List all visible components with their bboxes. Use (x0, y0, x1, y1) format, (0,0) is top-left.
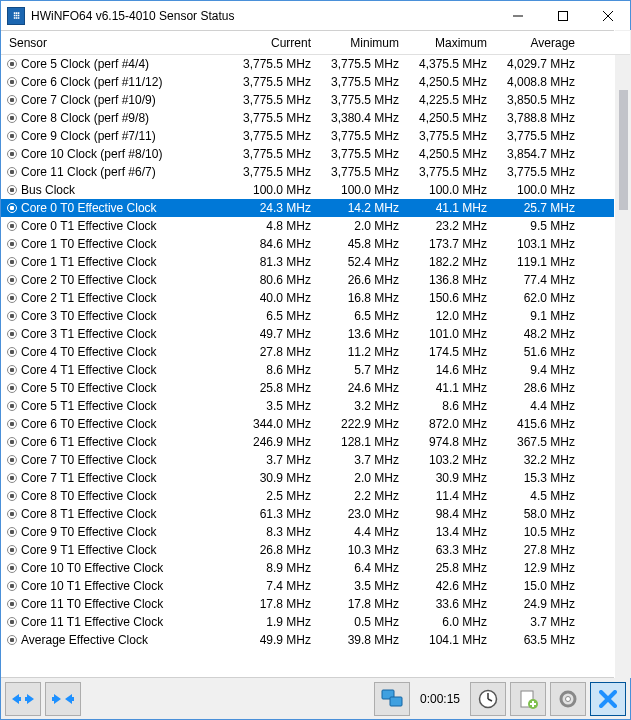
scrollbar[interactable] (614, 30, 631, 678)
table-row[interactable]: Core 7 T1 Effective Clock30.9 MHz2.0 MHz… (1, 469, 630, 487)
table-row[interactable]: Core 2 T1 Effective Clock40.0 MHz16.8 MH… (1, 289, 630, 307)
sensor-name: Core 2 T1 Effective Clock (21, 291, 229, 305)
table-row[interactable]: Core 5 T1 Effective Clock3.5 MHz3.2 MHz8… (1, 397, 630, 415)
average-value: 4,008.8 MHz (493, 75, 581, 89)
table-row[interactable]: Core 0 T0 Effective Clock24.3 MHz14.2 MH… (1, 199, 630, 217)
maximum-value: 14.6 MHz (405, 363, 493, 377)
maximum-value: 872.0 MHz (405, 417, 493, 431)
maximum-value: 8.6 MHz (405, 399, 493, 413)
minimum-value: 3,775.5 MHz (317, 147, 405, 161)
table-row[interactable]: Core 7 Clock (perf #10/9)3,775.5 MHz3,77… (1, 91, 630, 109)
table-row[interactable]: Core 5 Clock (perf #4/4)3,775.5 MHz3,775… (1, 55, 630, 73)
maximum-value: 103.2 MHz (405, 453, 493, 467)
table-row[interactable]: Core 9 T1 Effective Clock26.8 MHz10.3 MH… (1, 541, 630, 559)
average-value: 58.0 MHz (493, 507, 581, 521)
settings-button[interactable] (550, 682, 586, 716)
minimum-value: 10.3 MHz (317, 543, 405, 557)
col-average[interactable]: Average (493, 36, 581, 50)
sensor-name: Bus Clock (21, 183, 229, 197)
minimum-value: 26.6 MHz (317, 273, 405, 287)
table-row[interactable]: Bus Clock100.0 MHz100.0 MHz100.0 MHz100.… (1, 181, 630, 199)
table-row[interactable]: Core 6 Clock (perf #11/12)3,775.5 MHz3,7… (1, 73, 630, 91)
sensor-icon (7, 491, 17, 501)
average-value: 4.4 MHz (493, 399, 581, 413)
minimum-value: 3.5 MHz (317, 579, 405, 593)
sensor-name: Core 3 T0 Effective Clock (21, 309, 229, 323)
col-maximum[interactable]: Maximum (405, 36, 493, 50)
table-row[interactable]: Core 1 T0 Effective Clock84.6 MHz45.8 MH… (1, 235, 630, 253)
table-row[interactable]: Core 10 T0 Effective Clock8.9 MHz6.4 MHz… (1, 559, 630, 577)
expand-all-button[interactable] (5, 682, 41, 716)
maximize-button[interactable] (540, 1, 585, 30)
minimum-value: 16.8 MHz (317, 291, 405, 305)
titlebar[interactable]: ⁝⁝⁝ HWiNFO64 v6.15-4010 Sensor Status (1, 1, 630, 31)
maximum-value: 33.6 MHz (405, 597, 493, 611)
table-row[interactable]: Core 9 T0 Effective Clock8.3 MHz4.4 MHz1… (1, 523, 630, 541)
sensor-icon (7, 293, 17, 303)
sensor-icon (7, 203, 17, 213)
table-row[interactable]: Core 2 T0 Effective Clock80.6 MHz26.6 MH… (1, 271, 630, 289)
col-current[interactable]: Current (229, 36, 317, 50)
table-row[interactable]: Core 8 Clock (perf #9/8)3,775.5 MHz3,380… (1, 109, 630, 127)
table-row[interactable]: Core 8 T0 Effective Clock2.5 MHz2.2 MHz1… (1, 487, 630, 505)
current-value: 40.0 MHz (229, 291, 317, 305)
table-row[interactable]: Core 4 T1 Effective Clock8.6 MHz5.7 MHz1… (1, 361, 630, 379)
log-button[interactable] (510, 682, 546, 716)
table-row[interactable]: Core 10 Clock (perf #8/10)3,775.5 MHz3,7… (1, 145, 630, 163)
sensor-name: Core 10 Clock (perf #8/10) (21, 147, 229, 161)
average-value: 4.5 MHz (493, 489, 581, 503)
table-row[interactable]: Core 11 Clock (perf #6/7)3,775.5 MHz3,77… (1, 163, 630, 181)
sensor-name: Core 11 T1 Effective Clock (21, 615, 229, 629)
table-row[interactable]: Core 9 Clock (perf #7/11)3,775.5 MHz3,77… (1, 127, 630, 145)
sensor-table[interactable]: Sensor Current Minimum Maximum Average C… (1, 31, 630, 677)
current-value: 344.0 MHz (229, 417, 317, 431)
minimum-value: 3,775.5 MHz (317, 129, 405, 143)
table-row[interactable]: Core 11 T1 Effective Clock1.9 MHz0.5 MHz… (1, 613, 630, 631)
current-value: 30.9 MHz (229, 471, 317, 485)
network-button[interactable] (374, 682, 410, 716)
average-value: 9.1 MHz (493, 309, 581, 323)
svg-marker-7 (65, 694, 74, 704)
average-value: 25.7 MHz (493, 201, 581, 215)
sensor-name: Core 7 T1 Effective Clock (21, 471, 229, 485)
collapse-all-button[interactable] (45, 682, 81, 716)
minimum-value: 222.9 MHz (317, 417, 405, 431)
elapsed-time: 0:00:15 (414, 692, 466, 706)
col-sensor[interactable]: Sensor (1, 36, 229, 50)
current-value: 3,775.5 MHz (229, 75, 317, 89)
clock-button[interactable] (470, 682, 506, 716)
table-header[interactable]: Sensor Current Minimum Maximum Average (1, 31, 630, 55)
minimize-button[interactable] (495, 1, 540, 30)
table-row[interactable]: Core 11 T0 Effective Clock17.8 MHz17.8 M… (1, 595, 630, 613)
close-icon (599, 690, 617, 708)
table-row[interactable]: Core 6 T1 Effective Clock246.9 MHz128.1 … (1, 433, 630, 451)
current-value: 8.3 MHz (229, 525, 317, 539)
sensor-name: Core 0 T0 Effective Clock (21, 201, 229, 215)
table-row[interactable]: Core 1 T1 Effective Clock81.3 MHz52.4 MH… (1, 253, 630, 271)
sensor-name: Core 8 T1 Effective Clock (21, 507, 229, 521)
sensor-name: Core 6 Clock (perf #11/12) (21, 75, 229, 89)
sensor-icon (7, 509, 17, 519)
close-button[interactable] (585, 1, 630, 30)
average-value: 15.3 MHz (493, 471, 581, 485)
table-row[interactable]: Core 8 T1 Effective Clock61.3 MHz23.0 MH… (1, 505, 630, 523)
table-row[interactable]: Core 3 T0 Effective Clock6.5 MHz6.5 MHz1… (1, 307, 630, 325)
table-row[interactable]: Core 7 T0 Effective Clock3.7 MHz3.7 MHz1… (1, 451, 630, 469)
close-sensors-button[interactable] (590, 682, 626, 716)
scrollbar-thumb[interactable] (619, 90, 628, 210)
table-row[interactable]: Average Effective Clock49.9 MHz39.8 MHz1… (1, 631, 630, 649)
table-row[interactable]: Core 4 T0 Effective Clock27.8 MHz11.2 MH… (1, 343, 630, 361)
average-value: 62.0 MHz (493, 291, 581, 305)
current-value: 27.8 MHz (229, 345, 317, 359)
sensor-name: Core 1 T0 Effective Clock (21, 237, 229, 251)
table-row[interactable]: Core 6 T0 Effective Clock344.0 MHz222.9 … (1, 415, 630, 433)
col-minimum[interactable]: Minimum (317, 36, 405, 50)
minimum-value: 13.6 MHz (317, 327, 405, 341)
table-row[interactable]: Core 0 T1 Effective Clock4.8 MHz2.0 MHz2… (1, 217, 630, 235)
average-value: 3,850.5 MHz (493, 93, 581, 107)
table-row[interactable]: Core 10 T1 Effective Clock7.4 MHz3.5 MHz… (1, 577, 630, 595)
table-row[interactable]: Core 5 T0 Effective Clock25.8 MHz24.6 MH… (1, 379, 630, 397)
table-row[interactable]: Core 3 T1 Effective Clock49.7 MHz13.6 MH… (1, 325, 630, 343)
sensor-icon (7, 311, 17, 321)
average-value: 51.6 MHz (493, 345, 581, 359)
